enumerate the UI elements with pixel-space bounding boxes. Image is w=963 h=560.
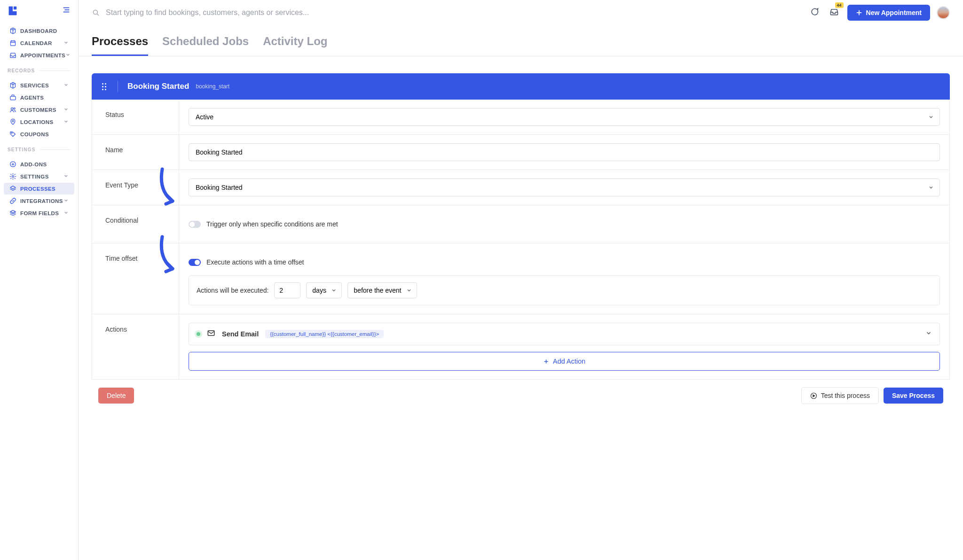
sidebar-item-customers[interactable]: CUSTOMERS	[4, 104, 74, 116]
new-appointment-button[interactable]: New Appointment	[847, 5, 930, 21]
nav-item-label: CALENDAR	[20, 40, 52, 46]
menu-toggle-icon[interactable]	[62, 6, 71, 16]
link-icon	[9, 197, 16, 204]
sidebar-item-agents[interactable]: AGENTS	[4, 92, 74, 103]
tab-processes[interactable]: Processes	[92, 35, 148, 56]
topbar: 44 New Appointment	[79, 0, 963, 25]
sidebar-item-coupons[interactable]: COUPONS	[4, 128, 74, 140]
sidebar-item-locations[interactable]: LOCATIONS	[4, 116, 74, 128]
svg-point-13	[12, 120, 14, 122]
search-input[interactable]	[106, 8, 801, 17]
chevron-down-icon	[63, 107, 69, 113]
sidebar-item-services[interactable]: SERVICES	[4, 79, 74, 91]
cube-icon	[9, 82, 16, 89]
nav-item-label: SERVICES	[20, 83, 49, 88]
inbox-icon	[9, 52, 16, 59]
cube-icon	[9, 27, 16, 34]
stack-icon	[9, 210, 16, 217]
svg-point-18	[12, 176, 14, 178]
add-action-button[interactable]: Add Action	[189, 352, 940, 371]
nav-item-label: PROCESSES	[20, 186, 55, 192]
save-process-button[interactable]: Save Process	[884, 388, 943, 404]
nav-item-label: LOCATIONS	[20, 119, 53, 125]
search-wrapper	[92, 8, 801, 17]
gear-icon	[9, 173, 16, 180]
svg-rect-1	[9, 7, 13, 10]
chevron-down-icon	[63, 210, 69, 216]
sidebar-item-integrations[interactable]: INTEGRATIONS	[4, 195, 74, 207]
layers-icon	[9, 185, 16, 192]
nav-item-label: CUSTOMERS	[20, 107, 56, 113]
chevron-down-icon	[65, 52, 71, 58]
nav-item-label: DASHBOARD	[20, 28, 57, 34]
offset-exec-text: Actions will be executed:	[197, 287, 268, 294]
panel-header: Booking Started booking_start	[92, 73, 950, 100]
name-label: Name	[92, 135, 179, 170]
chevron-down-icon	[63, 173, 69, 179]
offset-config: Actions will be executed: days before th…	[189, 275, 940, 305]
nav-item-label: APPOINTMENTS	[20, 53, 65, 58]
search-icon	[92, 8, 100, 17]
status-label: Status	[92, 100, 179, 134]
drag-handle-icon[interactable]	[102, 83, 106, 90]
svg-rect-10	[10, 96, 16, 100]
svg-rect-2	[9, 11, 17, 15]
action-recipient-pill: {{customer_full_name}} <{{customer_email…	[265, 330, 384, 338]
sidebar-item-processes[interactable]: PROCESSES	[4, 183, 74, 194]
logo[interactable]	[8, 6, 18, 16]
time-offset-toggle[interactable]	[189, 259, 201, 266]
action-title: Send Email	[222, 330, 259, 338]
svg-point-19	[93, 10, 97, 14]
chat-icon[interactable]	[808, 5, 821, 20]
sidebar-item-addons[interactable]: ADD-ONS	[4, 158, 74, 170]
svg-point-12	[14, 108, 15, 109]
nav-item-label: SETTINGS	[20, 174, 49, 179]
name-input[interactable]	[189, 143, 940, 161]
users-icon	[9, 106, 16, 113]
delete-button[interactable]: Delete	[98, 388, 134, 404]
offset-value-input[interactable]	[274, 282, 300, 298]
chevron-down-icon	[63, 119, 69, 125]
plus-icon	[543, 358, 549, 365]
tab-scheduled-jobs[interactable]: Scheduled Jobs	[162, 35, 249, 56]
nav-item-label: COUPONS	[20, 132, 49, 137]
offset-relative-select[interactable]: before the event	[347, 282, 417, 298]
tab-activity-log[interactable]: Activity Log	[263, 35, 327, 56]
panel-footer: Delete Test this process Save Process	[92, 380, 950, 412]
sidebar: DASHBOARDCALENDARAPPOINTMENTS RECORDS SE…	[0, 0, 79, 560]
time-offset-label: Time offset	[92, 243, 179, 314]
svg-rect-0	[14, 7, 16, 9]
sidebar-item-calendar[interactable]: CALENDAR	[4, 37, 74, 49]
panel-title: Booking Started	[127, 82, 189, 91]
envelope-icon	[207, 329, 215, 339]
nav-item-label: FORM FIELDS	[20, 210, 59, 216]
svg-point-11	[11, 108, 13, 109]
svg-point-14	[11, 132, 12, 133]
svg-line-20	[97, 14, 99, 16]
conditional-label: Conditional	[92, 205, 179, 243]
sidebar-item-appointments[interactable]: APPOINTMENTS	[4, 49, 74, 61]
inbox-icon[interactable]: 44	[828, 5, 841, 20]
offset-unit-select[interactable]: days	[306, 282, 342, 298]
chevron-down-icon	[63, 198, 69, 204]
section-settings-title: SETTINGS	[0, 143, 78, 155]
actions-label: Actions	[92, 314, 179, 379]
avatar[interactable]	[937, 6, 950, 19]
chevron-down-icon	[63, 40, 69, 46]
status-select[interactable]: Active	[189, 108, 940, 126]
event-type-select[interactable]: Booking Started	[189, 179, 940, 196]
sidebar-item-form-fields[interactable]: FORM FIELDS	[4, 207, 74, 219]
chevron-down-icon	[63, 82, 69, 88]
action-item[interactable]: Send Email {{customer_full_name}} <{{cus…	[189, 323, 940, 345]
briefcase-icon	[9, 94, 16, 101]
section-records-title: RECORDS	[0, 64, 78, 76]
conditional-toggle[interactable]	[189, 221, 201, 228]
tag-icon	[9, 131, 16, 138]
plus-icon	[856, 9, 862, 16]
nav-item-label: ADD-ONS	[20, 162, 47, 167]
test-process-button[interactable]: Test this process	[801, 387, 879, 404]
sidebar-item-dashboard[interactable]: DASHBOARD	[4, 25, 74, 37]
sidebar-item-settings[interactable]: SETTINGS	[4, 171, 74, 182]
event-type-label: Event Type	[92, 170, 179, 205]
tabs: ProcessesScheduled JobsActivity Log	[79, 25, 963, 56]
